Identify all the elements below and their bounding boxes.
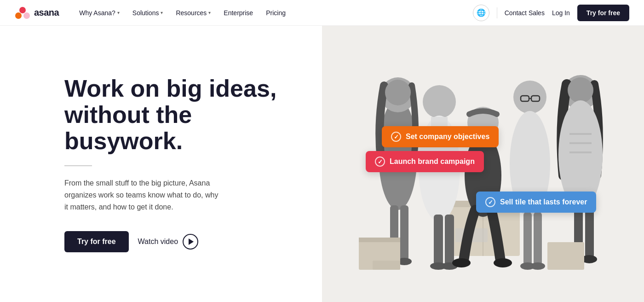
svg-point-25 — [494, 258, 512, 267]
svg-point-34 — [530, 262, 545, 270]
svg-point-2 — [23, 12, 30, 19]
svg-rect-47 — [547, 242, 584, 270]
svg-point-0 — [19, 7, 26, 13]
hero-try-free-button[interactable]: Try for free — [64, 231, 129, 252]
nav-why-asana[interactable]: Why Asana? ▾ — [74, 6, 125, 19]
watch-video-button[interactable]: Watch video — [138, 234, 198, 250]
svg-rect-18 — [434, 215, 443, 265]
hero-divider — [64, 165, 92, 166]
hero-description: From the small stuff to the big picture,… — [64, 177, 221, 213]
nav-divider — [497, 7, 497, 18]
svg-rect-31 — [523, 212, 532, 265]
nav-right: 🌐 Contact Sales Log In Try for free — [473, 5, 629, 21]
svg-point-36 — [568, 77, 593, 103]
svg-point-24 — [452, 258, 471, 267]
login-link[interactable]: Log In — [552, 9, 570, 17]
hero-left-panel: Work on big ideas, without the busywork.… — [0, 26, 322, 302]
svg-rect-12 — [400, 205, 408, 261]
play-icon-circle — [183, 234, 198, 250]
logo-text: asana — [34, 7, 59, 18]
check-icon: ✓ — [485, 197, 495, 207]
hero-right-panel: ✓ Set company objectives ✓ Launch brand … — [322, 26, 644, 302]
play-triangle-icon — [189, 238, 194, 245]
logo[interactable]: asana — [15, 6, 59, 19]
cta-row: Try for free Watch video — [64, 231, 285, 252]
logo-icon — [15, 6, 30, 19]
svg-point-1 — [15, 12, 22, 19]
svg-rect-19 — [445, 215, 454, 265]
chevron-down-icon: ▾ — [208, 10, 211, 15]
badge-text: Sell tile that lasts forever — [500, 198, 587, 206]
badge-text: Set company objectives — [406, 133, 489, 141]
chevron-down-icon: ▾ — [161, 10, 163, 15]
badge-text: Launch brand campaign — [390, 157, 475, 166]
check-icon: ✓ — [375, 157, 385, 167]
globe-icon: 🌐 — [477, 8, 486, 17]
nav-resources[interactable]: Resources ▾ — [170, 6, 216, 19]
contact-sales-link[interactable]: Contact Sales — [505, 9, 545, 17]
navbar: asana Why Asana? ▾ Solutions ▾ Resources… — [0, 0, 644, 26]
svg-rect-32 — [534, 212, 542, 265]
nav-pricing[interactable]: Pricing — [260, 6, 291, 19]
svg-point-26 — [513, 81, 546, 114]
svg-point-10 — [385, 80, 411, 105]
nav-solutions[interactable]: Solutions ▾ — [127, 6, 169, 19]
badge-launch-brand-campaign: ✓ Launch brand campaign — [366, 151, 484, 172]
svg-point-15 — [423, 85, 456, 118]
check-icon: ✓ — [391, 132, 401, 142]
badge-set-company-objectives: ✓ Set company objectives — [382, 126, 499, 147]
chevron-down-icon: ▾ — [117, 10, 120, 15]
svg-rect-46 — [359, 238, 400, 242]
nav-try-free-button[interactable]: Try for free — [577, 5, 629, 21]
nav-links: Why Asana? ▾ Solutions ▾ Resources ▾ Ent… — [74, 6, 473, 19]
hero-title: Work on big ideas, without the busywork. — [64, 76, 285, 155]
main-content: Work on big ideas, without the busywork.… — [0, 26, 644, 302]
nav-enterprise[interactable]: Enterprise — [218, 6, 259, 19]
language-selector[interactable]: 🌐 — [473, 5, 489, 21]
badge-sell-tile: ✓ Sell tile that lasts forever — [476, 192, 596, 213]
svg-rect-48 — [373, 261, 400, 270]
watch-video-label: Watch video — [138, 238, 178, 246]
